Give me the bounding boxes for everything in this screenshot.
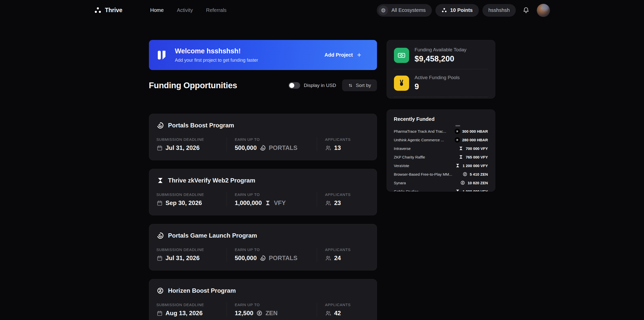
peace-hand-icon (394, 76, 409, 91)
vfy-token-icon (458, 154, 463, 159)
ecosystems-label: All Ecosystems (391, 7, 426, 13)
main-column: Welcome hsshshsh! Add your first project… (149, 40, 377, 320)
earn-currency: PORTALS (269, 144, 297, 151)
recently-funded-row[interactable]: PharmaTrace Track And Trac... 300 000 HB… (394, 127, 488, 135)
banner-text: Welcome hsshshsh! Add your first project… (175, 47, 258, 63)
deadline-label: SUBMISSION DEADLINE (157, 303, 227, 307)
deadline-label: SUBMISSION DEADLINE (157, 137, 227, 142)
deadline-value: Aug 13, 2026 (157, 310, 227, 317)
amount-group: 1 200 000 VFY (455, 163, 488, 168)
opportunities-header: Funding Opportunities Display in USD Sor… (149, 79, 377, 91)
deadline-column: SUBMISSION DEADLINE Aug 13, 2026 (157, 303, 227, 317)
points-button[interactable]: 10 Points (435, 4, 479, 17)
recently-funded-row[interactable]: Intraverse 700 000 VFY (394, 144, 488, 153)
project-name: VeraVote (394, 164, 409, 168)
points-cluster-icon (441, 8, 447, 13)
page-title: Funding Opportunities (149, 81, 237, 90)
ecosystems-button[interactable]: All Ecosystems (377, 4, 432, 17)
zen-token-icon (460, 180, 465, 185)
main-nav: Home Activity Referrals (150, 7, 227, 13)
card-title-row: Thrive zkVerify Web2 Program (157, 177, 369, 184)
funding-card-portals-game-launch[interactable]: Portals Game Launch Program SUBMISSION D… (149, 224, 377, 270)
vfy-token-icon (458, 146, 463, 151)
amount-group: 300 000 HBAR (455, 129, 488, 134)
amount-group: 700 000 VFY (458, 146, 488, 151)
deadline-column: SUBMISSION DEADLINE Jul 31, 2026 (157, 247, 227, 262)
earn-amount: 500,000 (235, 255, 257, 262)
cash-icon (394, 48, 409, 63)
portals-icon (157, 232, 164, 239)
recently-funded-row[interactable]: Goblin Studios 1 000 000 VFY (394, 187, 488, 192)
earn-column: EARN UP TO 1,000,000 VFY (227, 192, 317, 207)
funding-card-portals-boost[interactable]: Portals Boost Program SUBMISSION DEADLIN… (149, 114, 377, 160)
calendar-icon (157, 310, 163, 316)
funded-amount: 280 000 HBAR (462, 138, 488, 142)
deadline-label: SUBMISSION DEADLINE (157, 192, 227, 197)
nav-referrals[interactable]: Referrals (206, 7, 227, 13)
calendar-icon (157, 145, 163, 151)
vfy-token-icon (264, 200, 271, 206)
usd-toggle-label: Display in USD (304, 83, 336, 88)
funded-amount: 300 000 HBAR (462, 129, 488, 133)
points-label: 10 Points (450, 7, 473, 13)
recently-funded-row[interactable]: ZKP Charity Raffle 765 000 VFY (394, 153, 488, 161)
funded-amount: 5 410 ZEN (470, 172, 488, 176)
recently-funded-row[interactable]: VeraVote 1 200 000 VFY (394, 161, 488, 170)
sort-by-button[interactable]: Sort by (342, 79, 377, 91)
earn-amount: 500,000 (235, 144, 257, 151)
funding-card-zkverify[interactable]: Thrive zkVerify Web2 Program SUBMISSION … (149, 169, 377, 215)
usd-toggle[interactable] (288, 82, 300, 89)
amount-group: 10 820 ZEN (460, 180, 488, 185)
earn-value: 12,500 ZEN (235, 310, 317, 317)
portals-icon (157, 122, 164, 129)
recently-funded-row[interactable]: Browser-Based Free-to-Play MM... 5 410 Z… (394, 170, 488, 178)
deadline-value: Jul 31, 2026 (157, 255, 227, 262)
recently-funded-row[interactable]: Synara 10 820 ZEN (394, 178, 488, 187)
bell-icon (522, 7, 530, 14)
earn-column: EARN UP TO 500,000 PORTALS (227, 137, 317, 151)
content: Welcome hsshshsh! Add your first project… (0, 20, 644, 320)
sort-by-label: Sort by (356, 83, 371, 88)
funding-stats-card: Funding Available Today $9,458,200 Activ… (387, 40, 495, 99)
applicants-column: APPLICANTS 24 (317, 247, 369, 262)
thrive-logo-icon (94, 7, 102, 14)
hbar-icon (455, 137, 460, 143)
project-name: Synara (394, 181, 406, 185)
nav-activity[interactable]: Activity (177, 7, 193, 13)
funded-amount: 10 820 ZEN (468, 181, 488, 185)
add-project-button[interactable]: Add Project (324, 52, 362, 58)
toggle-knob (289, 83, 294, 88)
stat-value: $9,458,200 (415, 54, 467, 63)
deadline-text: Jul 31, 2026 (166, 255, 200, 262)
funded-amount: 765 000 VFY (466, 155, 488, 159)
stat-label: Active Funding Pools (415, 75, 460, 80)
recently-funded-card: Recently Funded PharmaTrace Track And Tr… (387, 109, 495, 192)
earn-amount: 12,500 (235, 310, 253, 317)
project-name: Intraverse (394, 146, 411, 151)
notifications-button[interactable] (521, 5, 531, 15)
funding-card-horizen-boost[interactable]: Horizen Boost Program SUBMISSION DEADLIN… (149, 279, 377, 320)
earn-amount: 1,000,000 (235, 199, 262, 207)
earn-value: 1,000,000 VFY (235, 199, 317, 207)
avatar[interactable] (537, 4, 550, 17)
stat-row-active-pools: Active Funding Pools 9 (394, 69, 488, 97)
vfy-token-icon (455, 163, 460, 168)
applicants-value: 42 (325, 310, 369, 317)
plus-icon (357, 52, 362, 58)
funded-amount: 700 000 VFY (466, 146, 488, 151)
earn-label: EARN UP TO (235, 303, 317, 307)
nav-home[interactable]: Home (150, 7, 164, 13)
thrive-mark-icon (156, 49, 167, 61)
recently-funded-row[interactable]: Unthink Agentic Commerce ... 280 000 HBA… (394, 135, 488, 144)
portals-token-icon (259, 255, 266, 261)
stat-text: Active Funding Pools 9 (415, 75, 460, 91)
portals-token-icon (259, 145, 266, 151)
stat-value: 9 (415, 82, 460, 91)
applicants-label: APPLICANTS (325, 192, 369, 197)
earn-currency: PORTALS (269, 255, 297, 262)
brand[interactable]: Thrive (94, 7, 122, 14)
earn-column: EARN UP TO 500,000 PORTALS (227, 247, 317, 262)
deadline-label: SUBMISSION DEADLINE (157, 247, 227, 252)
card-title: Horizen Boost Program (168, 287, 236, 294)
username-button[interactable]: hsshshsh (482, 4, 516, 17)
